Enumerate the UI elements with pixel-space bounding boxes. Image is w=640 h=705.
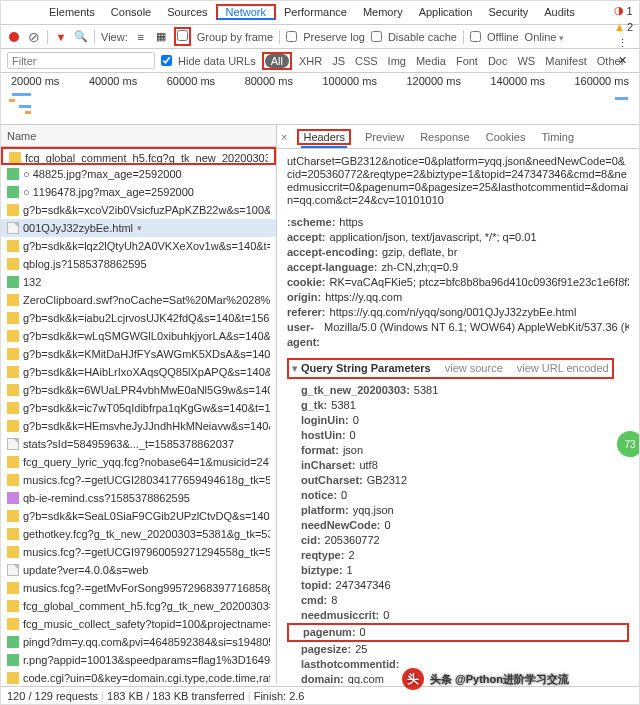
- file-icon: [7, 258, 19, 270]
- request-row[interactable]: stats?sId=58495963&..._t=1585378862037: [1, 435, 276, 453]
- clear-button[interactable]: ⊘: [27, 30, 41, 44]
- request-row[interactable]: pingd?dm=y.qq.com&pvi=4648592384&si=s194…: [1, 633, 276, 651]
- tick: 160000 ms: [575, 75, 629, 87]
- group-by-frame-checkbox[interactable]: [177, 30, 188, 41]
- offline-label: Offline: [487, 31, 519, 43]
- search-icon[interactable]: 🔍: [74, 30, 88, 44]
- request-row[interactable]: g?b=sdk&k=wLqSMGWGlL0xibuhkjyorLA&s=140&…: [1, 327, 276, 345]
- detail-tabs: × HeadersPreviewResponseCookiesTiming: [277, 125, 639, 149]
- hide-data-urls-checkbox[interactable]: [161, 55, 172, 66]
- file-icon: [7, 654, 19, 666]
- disable-cache-checkbox[interactable]: [371, 31, 382, 42]
- detail-tab-preview[interactable]: Preview: [363, 131, 406, 143]
- filter-type-doc[interactable]: Doc: [485, 55, 511, 67]
- detail-tab-headers[interactable]: Headers: [301, 131, 347, 148]
- preserve-log-checkbox[interactable]: [286, 31, 297, 42]
- request-row[interactable]: fcg_music_collect_safety?topid=100&proje…: [1, 615, 276, 633]
- offline-checkbox[interactable]: [470, 31, 481, 42]
- header-row: cookie:RK=vaCAqFKie5; ptcz=bfc8b8ba96d41…: [287, 275, 629, 290]
- request-row[interactable]: g?b=sdk&k=6WUaLPR4vbhMwE0aNl5G9w&s=140&t…: [1, 381, 276, 399]
- file-icon: [7, 384, 19, 396]
- request-row[interactable]: 001QJyJ32zybEe.html: [1, 219, 276, 237]
- view-frame-icon[interactable]: ▦: [154, 30, 168, 44]
- floating-badge[interactable]: 73: [617, 431, 640, 457]
- request-row[interactable]: r.png?appid=10013&speedparams=flag1%3D16…: [1, 651, 276, 669]
- close-icon[interactable]: ✕: [618, 54, 628, 67]
- request-row[interactable]: fcg_global_comment_h5.fcg?g_tk_new_20200…: [1, 147, 276, 165]
- filter-type-media[interactable]: Media: [413, 55, 449, 67]
- file-icon: [7, 582, 19, 594]
- request-row[interactable]: g?b=sdk&k=iabu2LcjrvosUJK42fdQ&s=140&t=1…: [1, 309, 276, 327]
- tab-application[interactable]: Application: [411, 6, 481, 18]
- warning-badge[interactable]: ▲2: [614, 21, 633, 33]
- tab-security[interactable]: Security: [480, 6, 536, 18]
- file-icon: [7, 492, 19, 504]
- request-row[interactable]: g?b=sdk&k=lqz2lQtyUh2A0VKXeXov1w&s=140&t…: [1, 237, 276, 255]
- request-row[interactable]: musics.fcg?-=getMvForSong995729683977168…: [1, 579, 276, 597]
- tab-console[interactable]: Console: [103, 6, 159, 18]
- tab-memory[interactable]: Memory: [355, 6, 411, 18]
- tab-performance[interactable]: Performance: [276, 6, 355, 18]
- request-row[interactable]: g?b=sdk&k=ic7wT05qIdibfrpa1qKgGw&s=140&t…: [1, 399, 276, 417]
- filter-input[interactable]: [7, 52, 155, 69]
- request-row[interactable]: musics.fcg?-=getUCGI97960059271294558g_t…: [1, 543, 276, 561]
- detail-tab-cookies[interactable]: Cookies: [484, 131, 528, 143]
- filter-type-manifest[interactable]: Manifest: [542, 55, 590, 67]
- request-name: ○ 1196478.jpg?max_age=2592000: [23, 183, 194, 201]
- tab-sources[interactable]: Sources: [159, 6, 215, 18]
- file-icon: [7, 168, 19, 180]
- request-row[interactable]: code.cgi?uin=0&key=domain.cgi.type,code.…: [1, 669, 276, 684]
- request-row[interactable]: g?b=sdk&k=HAibLrIxoXAqsQQ85lXpAPQ&s=140&…: [1, 363, 276, 381]
- filter-type-ws[interactable]: WS: [514, 55, 538, 67]
- request-row[interactable]: g?b=sdk&k=SeaL0SiaF9CGib2UPzlCtvDQ&s=140…: [1, 507, 276, 525]
- file-icon: [7, 636, 19, 648]
- request-name: pingd?dm=y.qq.com&pvi=4648592384&si=s194…: [23, 633, 270, 651]
- file-icon: [7, 564, 19, 576]
- tab-audits[interactable]: Audits: [536, 6, 583, 18]
- request-row[interactable]: ○ 48825.jpg?max_age=2592000: [1, 165, 276, 183]
- tab-elements[interactable]: Elements: [41, 6, 103, 18]
- view-url-encoded-link[interactable]: view URL encoded: [517, 361, 609, 376]
- name-column-header[interactable]: Name: [1, 125, 276, 147]
- filter-type-font[interactable]: Font: [453, 55, 481, 67]
- view-list-icon[interactable]: ≡: [134, 30, 148, 44]
- request-row[interactable]: qblog.js?1585378862595: [1, 255, 276, 273]
- detail-tab-response[interactable]: Response: [418, 131, 472, 143]
- request-name: ZeroClipboard.swf?noCache=Sat%20Mar%2028…: [23, 291, 270, 309]
- error-badge[interactable]: ◑1: [614, 4, 632, 17]
- request-row[interactable]: update?ver=4.0.0&s=web: [1, 561, 276, 579]
- request-row[interactable]: qb-ie-remind.css?1585378862595: [1, 489, 276, 507]
- filter-type-all[interactable]: All: [265, 54, 289, 68]
- request-name: fcg_global_comment_h5.fcg?g_tk_new_20200…: [23, 597, 270, 615]
- request-row[interactable]: g?b=sdk&k=xcoV2ib0VsicfuzPApKZB22w&s=100…: [1, 201, 276, 219]
- request-row[interactable]: gethotkey.fcg?g_tk_new_20200303=5381&g_t…: [1, 525, 276, 543]
- request-row[interactable]: g?b=sdk&k=KMitDaHJfFYsAWGmK5XDsA&s=140&t…: [1, 345, 276, 363]
- tab-network[interactable]: Network: [216, 4, 276, 20]
- request-name: 001QJyJ32zybEe.html: [23, 219, 133, 237]
- view-source-link[interactable]: view source: [445, 361, 503, 376]
- timeline-overview[interactable]: 20000 ms40000 ms60000 ms80000 ms100000 m…: [1, 73, 639, 125]
- view-label: View:: [101, 31, 128, 43]
- request-row[interactable]: musics.fcg?-=getUCGI28034177659494618g_t…: [1, 471, 276, 489]
- filter-type-img[interactable]: Img: [385, 55, 409, 67]
- filter-icon[interactable]: ▼: [54, 30, 68, 44]
- request-row[interactable]: g?b=sdk&k=HEmsvheJyJJndhHkMNeiavw&s=140&…: [1, 417, 276, 435]
- request-row[interactable]: fcg_global_comment_h5.fcg?g_tk_new_20200…: [1, 597, 276, 615]
- request-row[interactable]: ZeroClipboard.swf?noCache=Sat%20Mar%2028…: [1, 291, 276, 309]
- filter-type-css[interactable]: CSS: [352, 55, 381, 67]
- request-row[interactable]: 132: [1, 273, 276, 291]
- close-details-icon[interactable]: ×: [281, 131, 287, 143]
- request-details: × HeadersPreviewResponseCookiesTiming ut…: [277, 125, 639, 684]
- request-row[interactable]: fcg_query_lyric_yqq.fcg?nobase64=1&music…: [1, 453, 276, 471]
- throttle-select[interactable]: Online: [525, 31, 564, 43]
- request-row[interactable]: ○ 1196478.jpg?max_age=2592000: [1, 183, 276, 201]
- request-name: g?b=sdk&k=SeaL0SiaF9CGib2UPzlCtvDQ&s=140…: [23, 507, 270, 525]
- param-row: needmusiccrit:0: [287, 608, 629, 623]
- detail-tab-timing[interactable]: Timing: [539, 131, 576, 143]
- filter-type-xhr[interactable]: XHR: [296, 55, 325, 67]
- more-icon[interactable]: ⋮: [617, 37, 629, 50]
- filter-type-js[interactable]: JS: [329, 55, 348, 67]
- request-name: code.cgi?uin=0&key=domain.cgi.type,code.…: [23, 669, 270, 684]
- record-button[interactable]: [7, 30, 21, 44]
- query-params-header[interactable]: Query String Parameters: [301, 362, 431, 374]
